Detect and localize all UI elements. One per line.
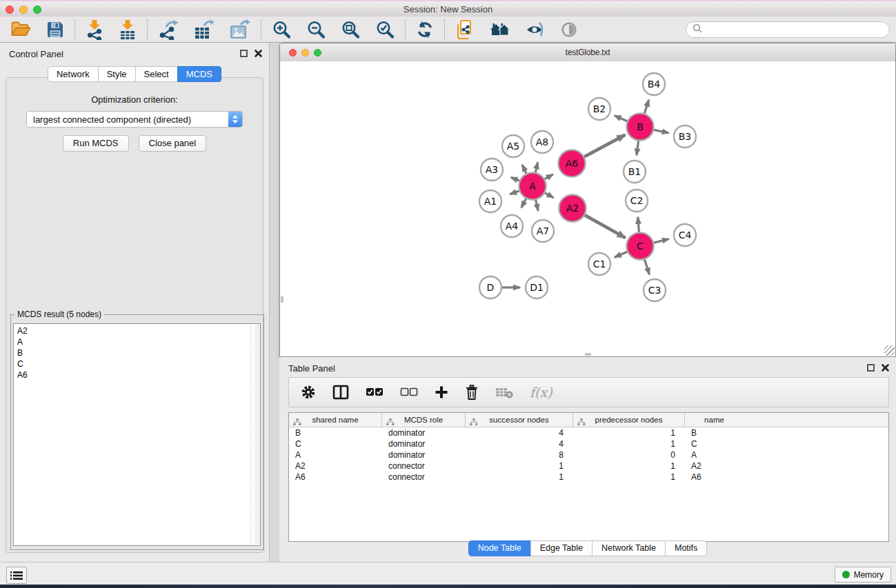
save-session-icon[interactable] xyxy=(46,21,64,39)
table-row[interactable]: A2connector11A2 xyxy=(289,460,888,472)
edge-A2-C[interactable] xyxy=(585,215,626,238)
columns-icon[interactable] xyxy=(332,385,349,400)
add-row-icon[interactable] xyxy=(435,385,448,399)
table-cell[interactable]: connector xyxy=(382,460,466,472)
table-cell[interactable]: 4 xyxy=(466,427,573,438)
edge-A6-B[interactable] xyxy=(584,135,625,157)
table-cell[interactable]: dominator xyxy=(382,449,466,460)
edge-B-B3[interactable] xyxy=(654,130,668,133)
search-box[interactable] xyxy=(686,21,890,38)
mcds-result-item[interactable]: B xyxy=(17,347,260,358)
table-cell[interactable]: B xyxy=(685,427,744,438)
zoom-fit-icon[interactable] xyxy=(341,20,360,39)
float-panel-icon[interactable] xyxy=(867,364,875,372)
zoom-selected-icon[interactable] xyxy=(375,20,395,39)
table-cell[interactable]: C xyxy=(685,438,744,449)
task-history-button[interactable] xyxy=(6,567,27,584)
export-image-icon[interactable] xyxy=(230,19,250,40)
run-mcds-button[interactable]: Run MCDS xyxy=(63,135,129,152)
search-input[interactable] xyxy=(706,23,889,37)
home-icon[interactable] xyxy=(490,21,510,38)
edge-A-A6[interactable] xyxy=(545,174,553,179)
close-panel-icon[interactable] xyxy=(882,364,889,372)
table-cell[interactable]: A6 xyxy=(685,472,744,483)
edge-A-A1[interactable] xyxy=(510,191,519,194)
tab-select[interactable]: Select xyxy=(135,66,178,82)
tab-node-table[interactable]: Node Table xyxy=(468,540,531,556)
column-header-MCDS-role[interactable]: MCDS role xyxy=(382,413,466,427)
table-cell[interactable]: 1 xyxy=(573,427,685,438)
import-network-icon[interactable] xyxy=(86,19,103,40)
table-row[interactable]: Cdominator41C xyxy=(289,438,888,449)
edge-C-C4[interactable] xyxy=(654,239,669,243)
select-all-icon[interactable] xyxy=(366,387,384,398)
table-cell[interactable]: 8 xyxy=(466,449,573,460)
column-header-predecessor-nodes[interactable]: predecessor nodes xyxy=(573,413,685,427)
export-network-icon[interactable] xyxy=(158,19,179,40)
edge-A-A2[interactable] xyxy=(545,193,553,198)
zoom-out-icon[interactable] xyxy=(306,20,326,39)
tab-edge-table[interactable]: Edge Table xyxy=(530,540,593,556)
open-file-icon[interactable] xyxy=(10,20,31,39)
edge-C-C1[interactable] xyxy=(615,252,627,257)
table-cell[interactable]: 1 xyxy=(573,460,685,472)
network-window-titlebar[interactable]: testGlobe.txt xyxy=(280,43,895,62)
table-cell[interactable]: A2 xyxy=(685,460,744,472)
scrollbar[interactable] xyxy=(250,325,259,545)
mcds-result-item[interactable]: A2 xyxy=(17,325,260,336)
memory-button[interactable]: Memory xyxy=(835,567,891,582)
tab-mcds[interactable]: MCDS xyxy=(177,66,221,82)
close-panel-button[interactable]: Close panel xyxy=(139,135,207,152)
table-row[interactable]: Bdominator41B xyxy=(289,427,888,438)
tab-network[interactable]: Network xyxy=(48,66,99,82)
hide-panel-icon[interactable] xyxy=(526,21,545,38)
column-header-successor-nodes[interactable]: successor nodes xyxy=(466,413,573,427)
edge-C-C2[interactable] xyxy=(638,217,639,232)
table-cell[interactable]: B xyxy=(289,427,382,438)
delete-row-icon[interactable] xyxy=(465,385,479,400)
tab-network-table[interactable]: Network Table xyxy=(592,540,666,556)
table-cell[interactable]: dominator xyxy=(382,427,466,438)
edge-A-A7[interactable] xyxy=(536,200,539,211)
table-cell[interactable]: C xyxy=(289,438,382,449)
table-cell[interactable]: A xyxy=(289,449,382,460)
table-cell[interactable]: connector xyxy=(382,472,466,483)
close-panel-icon[interactable] xyxy=(255,50,262,57)
table-cell[interactable]: A2 xyxy=(289,460,382,472)
frame-resize-mark[interactable] xyxy=(585,353,591,356)
edge-B-B2[interactable] xyxy=(615,116,627,121)
refresh-icon[interactable] xyxy=(416,21,434,39)
edge-A-A5[interactable] xyxy=(522,165,526,174)
edge-B-B1[interactable] xyxy=(637,141,639,155)
table-cell[interactable]: dominator xyxy=(382,438,466,449)
table-row[interactable]: A6connector11A6 xyxy=(289,472,888,483)
table-row[interactable]: Adominator80A xyxy=(289,449,888,460)
table-cell[interactable]: 1 xyxy=(573,438,685,449)
table-cell[interactable]: 4 xyxy=(466,438,573,449)
network-canvas[interactable]: B4B2BB3A5A8A6B1A3AC2A1A2A4A7C4CC1C3DD1 xyxy=(281,61,895,356)
table-cell[interactable]: 1 xyxy=(466,472,573,483)
duplicate-network-icon[interactable] xyxy=(455,19,475,40)
settings-icon[interactable] xyxy=(301,385,316,400)
mcds-result-item[interactable]: C xyxy=(17,358,260,369)
mcds-result-item[interactable]: A xyxy=(17,336,260,347)
table-cell[interactable]: A6 xyxy=(289,472,382,483)
mcds-result-list[interactable]: A2ABCA6 xyxy=(13,323,261,546)
table-cell[interactable]: 0 xyxy=(573,449,685,460)
column-header-shared-name[interactable]: shared name xyxy=(289,413,382,427)
edge-A-A8[interactable] xyxy=(535,162,537,172)
edge-A-A3[interactable] xyxy=(511,177,519,181)
network-graph[interactable]: B4B2BB3A5A8A6B1A3AC2A1A2A4A7C4CC1C3DD1 xyxy=(281,61,896,357)
table-cell[interactable]: 1 xyxy=(466,460,573,472)
tab-motifs[interactable]: Motifs xyxy=(665,540,707,556)
table-cell[interactable]: 1 xyxy=(573,472,685,483)
mcds-result-item[interactable]: A6 xyxy=(17,369,260,381)
import-table-icon[interactable] xyxy=(119,19,137,40)
deselect-all-icon[interactable] xyxy=(400,387,418,398)
zoom-in-icon[interactable] xyxy=(272,20,291,39)
criterion-dropdown[interactable]: largest connected component (directed) xyxy=(26,111,243,128)
table-cell[interactable]: A xyxy=(685,449,744,460)
float-panel-icon[interactable] xyxy=(240,50,248,57)
export-table-icon[interactable] xyxy=(194,19,215,40)
edge-C-C3[interactable] xyxy=(644,259,649,274)
